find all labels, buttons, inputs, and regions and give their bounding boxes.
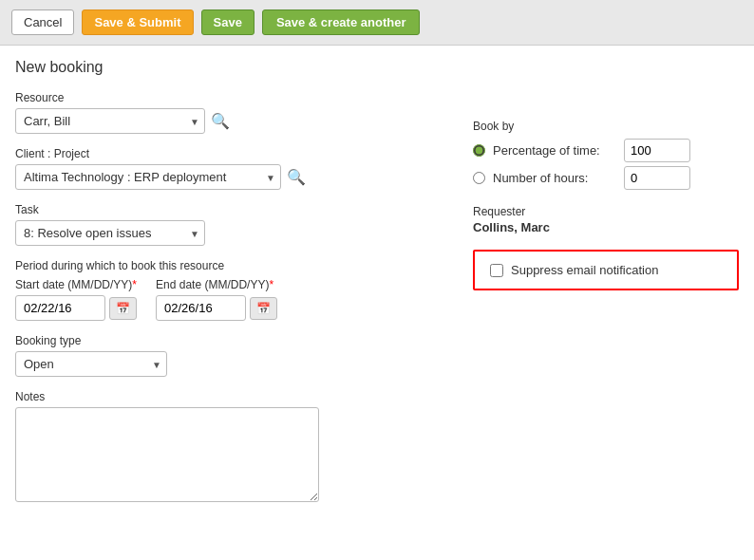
end-date-required: *	[269, 278, 273, 291]
start-date-calendar-button[interactable]: 📅	[109, 297, 137, 320]
save-submit-button[interactable]: Save & Submit	[82, 9, 193, 35]
client-project-select[interactable]: Altima Technology : ERP deployment	[15, 164, 281, 190]
start-date-field-group: Start date (MM/DD/YY)* 📅	[15, 278, 137, 321]
resource-field-group: Resource Carr, Bill ▼ 🔍	[15, 91, 435, 134]
end-date-field-group: End date (MM/DD/YY)* 📅	[156, 278, 277, 321]
client-project-select-wrapper: Altima Technology : ERP deployment ▼	[15, 164, 281, 190]
booking-type-label: Booking type	[15, 334, 435, 347]
start-date-input[interactable]	[15, 295, 105, 321]
save-button[interactable]: Save	[201, 9, 254, 35]
client-project-search-button[interactable]: 🔍	[287, 168, 306, 186]
form-layout: Resource Carr, Bill ▼ 🔍 Client : Project	[15, 91, 739, 518]
booking-type-select-wrapper: Open ▼	[15, 351, 167, 377]
hours-label: Number of hours:	[493, 171, 616, 185]
suppress-email-label: Suppress email notification	[511, 263, 658, 277]
task-select[interactable]: 8: Resolve open issues	[15, 220, 205, 246]
suppress-email-box: Suppress email notification	[473, 250, 739, 290]
start-date-required: *	[132, 278, 137, 291]
end-date-input[interactable]	[156, 295, 246, 321]
form-content: New booking Resource Carr, Bill ▼ 🔍	[0, 46, 754, 532]
form-right: Book by Percentage of time: Number of ho…	[473, 91, 739, 518]
client-project-search-icon: 🔍	[287, 169, 306, 185]
cancel-button[interactable]: Cancel	[11, 9, 74, 35]
toolbar: Cancel Save & Submit Save Save & create …	[0, 0, 754, 46]
hours-input[interactable]	[624, 166, 690, 190]
client-project-input-row: Altima Technology : ERP deployment ▼ 🔍	[15, 164, 435, 190]
start-date-calendar-icon: 📅	[116, 302, 130, 315]
percentage-radio[interactable]	[473, 144, 485, 157]
requester-label: Requester	[473, 205, 739, 218]
period-label: Period during which to book this resourc…	[15, 259, 435, 272]
percentage-label: Percentage of time:	[493, 143, 616, 158]
task-select-wrapper: 8: Resolve open issues ▼	[15, 220, 205, 246]
book-by-section: Book by Percentage of time: Number of ho…	[473, 120, 739, 190]
start-date-input-wrapper: 📅	[15, 295, 137, 321]
start-date-label: Start date (MM/DD/YY)*	[15, 278, 137, 291]
hours-row: Number of hours:	[473, 166, 739, 190]
end-date-calendar-icon: 📅	[256, 302, 271, 315]
booking-type-field-group: Booking type Open ▼	[15, 334, 435, 377]
requester-section: Requester Collins, Marc	[473, 205, 739, 234]
notes-label: Notes	[15, 390, 435, 403]
booking-type-select[interactable]: Open	[15, 351, 167, 377]
suppress-email-checkbox[interactable]	[490, 264, 503, 277]
date-row: Start date (MM/DD/YY)* 📅 End date (MM/D	[15, 278, 435, 321]
resource-label: Resource	[15, 91, 435, 104]
resource-search-icon: 🔍	[211, 113, 230, 129]
form-left: Resource Carr, Bill ▼ 🔍 Client : Project	[15, 91, 435, 518]
period-field-group: Period during which to book this resourc…	[15, 259, 435, 321]
resource-select-wrapper: Carr, Bill ▼	[15, 108, 205, 134]
resource-select[interactable]: Carr, Bill	[15, 108, 205, 134]
client-project-field-group: Client : Project Altima Technology : ERP…	[15, 147, 435, 190]
percentage-row: Percentage of time:	[473, 139, 739, 162]
client-project-label: Client : Project	[15, 147, 435, 160]
book-by-title: Book by	[473, 120, 739, 133]
resource-search-button[interactable]: 🔍	[211, 112, 230, 130]
notes-field-group: Notes	[15, 390, 435, 505]
end-date-input-wrapper: 📅	[156, 295, 277, 321]
task-label: Task	[15, 203, 435, 216]
percentage-input[interactable]	[624, 139, 690, 162]
page-title: New booking	[15, 59, 739, 76]
end-date-calendar-button[interactable]: 📅	[250, 297, 277, 320]
save-create-another-button[interactable]: Save & create another	[262, 9, 421, 35]
resource-input-row: Carr, Bill ▼ 🔍	[15, 108, 435, 134]
end-date-label: End date (MM/DD/YY)*	[156, 278, 277, 291]
hours-radio[interactable]	[473, 172, 485, 184]
notes-textarea[interactable]	[15, 407, 319, 502]
task-field-group: Task 8: Resolve open issues ▼	[15, 203, 435, 246]
requester-name: Collins, Marc	[473, 220, 739, 234]
